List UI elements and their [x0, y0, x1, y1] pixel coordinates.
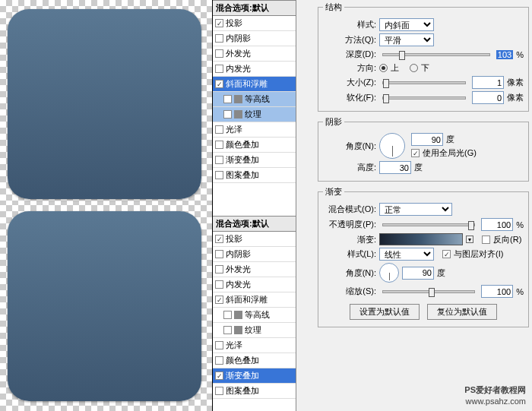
checkbox-icon[interactable]	[223, 95, 232, 103]
checkbox-icon[interactable]: ✓	[215, 371, 223, 380]
style-item[interactable]: 渐变叠加	[213, 153, 296, 168]
input-grad-angle[interactable]	[402, 267, 434, 280]
checkbox-icon[interactable]	[215, 141, 223, 149]
label-scale: 缩放(S):	[323, 286, 376, 297]
style-item[interactable]: ✓斜面和浮雕	[213, 77, 296, 92]
select-grad-style[interactable]: 线性	[379, 248, 434, 261]
style-item[interactable]: ✓投影	[213, 232, 296, 247]
style-item[interactable]: 内发光	[213, 62, 296, 77]
sub-icon	[234, 326, 242, 334]
style-item[interactable]: 纹理	[213, 107, 296, 122]
style-item-label: 等高线	[245, 309, 270, 321]
checkbox-icon[interactable]: ✓	[215, 296, 223, 304]
label-grad-angle: 角度(N):	[323, 267, 376, 279]
input-size[interactable]	[472, 76, 504, 89]
radio-down[interactable]	[410, 64, 418, 72]
checkbox-icon[interactable]	[215, 171, 223, 179]
checkbox-icon[interactable]	[223, 311, 232, 319]
style-item[interactable]: 颜色叠加	[213, 353, 296, 368]
style-list-top: 混合选项:默认 ✓投影内阴影外发光内发光✓斜面和浮雕等高线纹理光泽颜色叠加渐变叠…	[212, 0, 296, 216]
style-item[interactable]: 图案叠加	[213, 168, 296, 183]
checkbox-icon[interactable]	[215, 356, 223, 365]
radio-up[interactable]	[379, 64, 388, 72]
sub-icon	[234, 95, 242, 103]
style-item-label: 等高线	[245, 93, 270, 105]
style-item-label: 纹理	[245, 324, 261, 336]
select-method[interactable]: 平滑	[379, 33, 434, 46]
gradient-bar[interactable]	[379, 233, 463, 245]
input-opacity[interactable]	[481, 218, 513, 231]
checkbox-icon[interactable]: ✓	[215, 80, 223, 88]
slider-depth[interactable]	[382, 53, 490, 56]
btn-set-default[interactable]: 设置为默认值	[350, 304, 420, 320]
style-item-label: 纹理	[245, 109, 261, 120]
style-item[interactable]: 等高线	[213, 308, 296, 323]
style-item-label: 斜面和浮雕	[226, 294, 268, 305]
checkbox-align-layer[interactable]: ✓	[442, 250, 451, 258]
style-item-label: 投影	[226, 233, 242, 245]
checkbox-icon[interactable]	[215, 280, 223, 289]
label-style: 样式:	[323, 19, 376, 30]
style-item-label: 光泽	[226, 124, 242, 135]
style-item[interactable]: 等高线	[213, 92, 296, 107]
input-angle[interactable]	[411, 133, 443, 146]
checkbox-icon[interactable]: ✓	[215, 235, 223, 243]
style-item[interactable]: 内发光	[213, 277, 296, 292]
preview-shape-top	[8, 9, 201, 199]
style-item[interactable]: 颜色叠加	[213, 138, 296, 153]
style-item[interactable]: 内阴影	[213, 31, 296, 46]
group-structure: 结构 样式:内斜面 方法(Q):平滑 深度(D):103% 方向:上 下 大小(…	[318, 2, 529, 112]
checkbox-icon[interactable]	[215, 65, 223, 73]
style-item[interactable]: ✓投影	[213, 16, 296, 31]
checkbox-icon[interactable]	[215, 250, 223, 258]
label-gradient: 渐变:	[323, 234, 376, 245]
input-altitude[interactable]	[379, 161, 411, 174]
angle-wheel[interactable]	[379, 133, 405, 159]
slider-scale[interactable]	[382, 290, 475, 293]
label-blend: 混合模式(O):	[323, 204, 376, 215]
style-item-label: 光泽	[226, 340, 242, 351]
checkbox-icon[interactable]	[223, 110, 232, 119]
style-item[interactable]: ✓斜面和浮雕	[213, 292, 296, 308]
checkbox-global-light[interactable]: ✓	[411, 149, 420, 157]
checkbox-icon[interactable]	[215, 125, 223, 134]
checkbox-icon[interactable]: ✓	[215, 19, 223, 27]
input-scale[interactable]	[481, 285, 513, 298]
value-depth[interactable]: 103	[496, 50, 513, 59]
group-shadow: 阴影 角度(N): 度 ✓使用全局光(G) 高度:度	[318, 116, 529, 182]
watermark: PS爱好者教程网 www.psahz.com	[464, 384, 526, 406]
checkbox-reverse[interactable]	[482, 236, 490, 244]
input-soften[interactable]	[472, 91, 504, 104]
select-style[interactable]: 内斜面	[379, 18, 434, 31]
style-item[interactable]: 图案叠加	[213, 384, 296, 399]
label-soften: 软化(F):	[323, 92, 376, 103]
checkbox-icon[interactable]	[215, 49, 223, 58]
label-direction: 方向:	[323, 62, 376, 74]
checkbox-icon[interactable]	[215, 34, 223, 43]
style-item-label: 投影	[226, 17, 242, 29]
style-item[interactable]: ✓渐变叠加	[213, 368, 296, 384]
style-item-label: 图案叠加	[226, 169, 259, 181]
select-blend[interactable]: 正常	[379, 203, 452, 216]
grad-angle-wheel[interactable]	[379, 263, 399, 283]
checkbox-icon[interactable]	[223, 326, 232, 334]
gradient-menu-icon[interactable]: ▾	[466, 236, 473, 243]
slider-opacity[interactable]	[382, 223, 475, 226]
checkbox-icon[interactable]	[215, 341, 223, 349]
checkbox-icon[interactable]	[215, 156, 223, 164]
preview-shape-bottom	[8, 211, 201, 401]
style-item[interactable]: 光泽	[213, 338, 296, 353]
label-angle: 角度(N):	[323, 141, 376, 152]
style-item[interactable]: 外发光	[213, 46, 296, 62]
style-item[interactable]: 外发光	[213, 262, 296, 277]
btn-reset-default[interactable]: 复位为默认值	[427, 304, 497, 320]
style-item[interactable]: 纹理	[213, 323, 296, 338]
checkbox-icon[interactable]	[215, 387, 223, 395]
style-item[interactable]: 光泽	[213, 122, 296, 138]
slider-soften[interactable]	[382, 96, 466, 100]
style-list-header: 混合选项:默认	[213, 216, 296, 232]
style-item[interactable]: 内阴影	[213, 247, 296, 262]
slider-size[interactable]	[382, 81, 466, 84]
checkbox-icon[interactable]	[215, 265, 223, 273]
label-method: 方法(Q):	[323, 34, 376, 46]
